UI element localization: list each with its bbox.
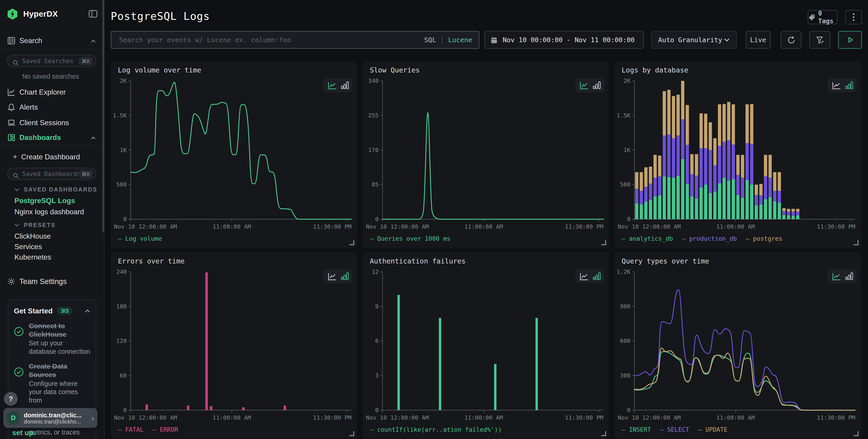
bar-chart-icon[interactable] — [593, 272, 600, 280]
chart-type-toggle[interactable] — [828, 78, 857, 92]
kebab-menu-button[interactable] — [845, 10, 862, 24]
svg-text:Nov 10 12:00:00 AM: Nov 10 12:00:00 AM — [114, 223, 177, 230]
sidebar-preset-clickhouse[interactable]: ClickHouse — [14, 232, 51, 240]
sql-option[interactable]: SQL — [424, 36, 436, 44]
main-content: PostgreSQL Logs 0 Tags SQL | Lucene Nov … — [104, 0, 868, 439]
legend-item[interactable]: — Log volume — [118, 235, 162, 243]
legend-item[interactable]: — SELECT — [660, 426, 689, 434]
live-button[interactable]: Live — [746, 31, 770, 49]
bar-chart-icon[interactable] — [845, 82, 853, 89]
section-label: PRESETS — [24, 221, 55, 228]
tags-button[interactable]: 0 Tags — [808, 10, 837, 24]
sidebar-item-search[interactable]: Search — [0, 34, 104, 47]
sidebar-item-label: Client Sessions — [20, 118, 69, 126]
sidebar-preset-kubernetes[interactable]: Kubernetes — [14, 253, 51, 261]
event-search-input[interactable]: SQL | Lucene — [111, 31, 479, 49]
chart-legend: — INSERT— SELECT— UPDATE — [622, 426, 727, 434]
date-range-picker[interactable]: Nov 10 00:00:00 - Nov 11 00:00:00 — [485, 31, 644, 49]
lucene-option[interactable]: Lucene — [448, 36, 472, 44]
sidebar-dashboard-nginx-logs[interactable]: Nginx logs dashboard — [14, 208, 84, 216]
sidebar-item-label: Chart Explorer — [20, 88, 66, 96]
svg-text:11:00:00 AM: 11:00:00 AM — [213, 414, 251, 421]
dashboards-icon — [7, 133, 16, 141]
refresh-button[interactable] — [780, 31, 801, 49]
section-presets[interactable]: PRESETS — [14, 221, 56, 228]
create-dashboard-button[interactable]: + Create Dashboard — [0, 150, 104, 163]
run-query-button[interactable] — [838, 31, 862, 49]
create-dashboard-label: Create Dashboard — [21, 153, 80, 161]
svg-text:11:30:00 PM: 11:30:00 PM — [565, 414, 603, 421]
sidebar-item-label: Dashboards — [20, 133, 61, 141]
legend-item[interactable]: — Queries over 1000 ms — [370, 235, 451, 243]
svg-text:12: 12 — [372, 268, 379, 275]
legend-item[interactable]: — UPDATE — [698, 426, 727, 434]
sidebar-dashboard-postgresql-logs[interactable]: PostgreSQL Logs — [14, 196, 75, 205]
sidebar-preset-services[interactable]: Services — [14, 243, 42, 251]
get-started-header[interactable]: Get Started 3/3 — [14, 306, 90, 316]
panel-resize-handle[interactable] — [854, 431, 859, 436]
panel-resize-handle[interactable] — [349, 240, 354, 245]
svg-text:300: 300 — [620, 372, 630, 379]
get-started-item-sources[interactable]: Create Data Sources Configure where your… — [14, 363, 90, 405]
bar-chart-icon[interactable] — [341, 82, 348, 89]
sidebar-item-client-sessions[interactable]: Client Sessions — [0, 116, 104, 129]
line-chart-icon[interactable] — [579, 81, 588, 89]
chart-type-toggle[interactable] — [828, 269, 857, 283]
section-label: SAVED DASHBOARDS — [24, 186, 97, 193]
legend-item[interactable]: — countIf(like(arr..ation failed%')) — [370, 426, 502, 434]
line-chart-icon[interactable] — [327, 81, 336, 89]
saved-dashboards-field[interactable] — [19, 170, 79, 178]
query-language-toggle[interactable]: SQL | Lucene — [424, 36, 472, 44]
legend-item[interactable]: — INSERT — [622, 426, 651, 434]
chevron-up-icon — [85, 306, 90, 316]
chart-title: Authentication failures — [370, 257, 465, 265]
get-started-item-connect[interactable]: Connect to ClickHouse Set up your databa… — [14, 322, 90, 356]
filter-button[interactable] — [809, 31, 830, 49]
bar-chart-icon[interactable] — [341, 272, 348, 280]
panel-resize-handle[interactable] — [601, 240, 606, 245]
section-saved-dashboards[interactable]: SAVED DASHBOARDS — [14, 186, 97, 193]
legend-item[interactable]: — production_db — [682, 235, 737, 243]
bar-chart-icon[interactable] — [845, 272, 853, 280]
line-chart-icon[interactable] — [832, 81, 841, 89]
saved-searches-input[interactable]: ⌘K — [7, 55, 96, 67]
chart-type-toggle[interactable] — [323, 269, 352, 283]
saved-dashboards-input[interactable]: ⌘K — [7, 168, 96, 180]
sidebar-scrollbar[interactable] — [102, 0, 104, 232]
help-button[interactable]: ? — [4, 392, 18, 406]
panel-resize-handle[interactable] — [854, 240, 859, 245]
user-account-chip[interactable]: D dominic.tran@clic... dominic.tran@clic… — [3, 408, 98, 428]
chart-type-toggle[interactable] — [575, 78, 604, 92]
sidebar-item-alerts[interactable]: Alerts — [0, 100, 104, 114]
sidebar-item-dashboards[interactable]: Dashboards — [0, 131, 104, 144]
chart-legend: — Log volume — [118, 235, 162, 243]
refresh-icon — [787, 36, 795, 44]
panel-auth-failures: Authentication failures036912Nov 10 12:0… — [363, 252, 609, 439]
legend-item[interactable]: — FATAL — [118, 426, 144, 434]
legend-item[interactable]: — postgres — [746, 235, 782, 243]
legend-item[interactable]: — analytics_db — [622, 235, 673, 243]
chart-type-toggle[interactable] — [575, 269, 604, 283]
svg-text:85: 85 — [372, 181, 379, 188]
sidebar-collapse-icon[interactable] — [89, 10, 98, 18]
task-title: Connect to ClickHouse — [29, 322, 90, 339]
user-email: dominic.tran@clickho... — [24, 418, 90, 425]
legend-item[interactable]: — ERROR — [153, 426, 178, 434]
panel-resize-handle[interactable] — [601, 431, 606, 436]
event-search-field[interactable] — [118, 35, 418, 44]
svg-text:1K: 1K — [623, 147, 630, 153]
svg-text:Nov 10 12:00:00 AM: Nov 10 12:00:00 AM — [366, 223, 429, 230]
sidebar-item-chart-explorer[interactable]: Chart Explorer — [0, 85, 104, 98]
bar-chart-icon[interactable] — [593, 82, 600, 89]
saved-searches-field[interactable] — [19, 57, 79, 64]
line-chart-icon[interactable] — [327, 272, 336, 280]
panel-resize-handle[interactable] — [349, 431, 354, 436]
svg-text:2K: 2K — [120, 77, 127, 84]
svg-text:3: 3 — [375, 372, 379, 379]
granularity-select[interactable]: Auto Granularity — [651, 31, 737, 49]
sidebar-item-team-settings[interactable]: Team Settings — [0, 275, 104, 288]
laptop-icon — [7, 118, 16, 126]
line-chart-icon[interactable] — [832, 272, 841, 280]
line-chart-icon[interactable] — [579, 272, 588, 280]
chart-type-toggle[interactable] — [323, 78, 352, 92]
